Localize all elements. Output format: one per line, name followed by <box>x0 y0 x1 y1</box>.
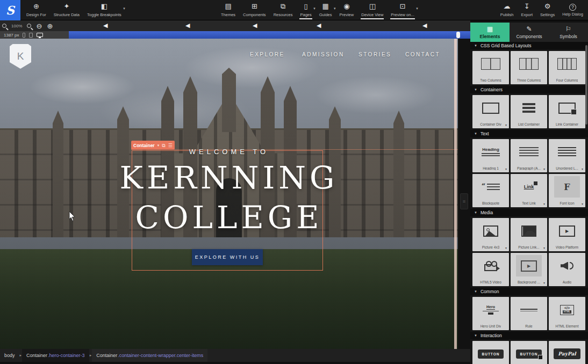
element-tile-text-link[interactable]: Link Text Link ▾ <box>511 174 547 207</box>
chevron-down-icon[interactable]: ▾ <box>505 167 507 171</box>
element-tile-html-element[interactable]: </>HTML HTML Element <box>549 297 585 330</box>
zoom-in-icon[interactable] <box>27 24 31 28</box>
tab-symbols[interactable]: ⚐ Symbols <box>549 23 588 42</box>
element-tile-button-link[interactable]: BUTTON <box>511 341 547 364</box>
element-tile-blockquote[interactable]: “ Blockquote <box>472 174 509 207</box>
structure-data-button[interactable]: ✦ Structure Data <box>50 0 83 20</box>
tab-components[interactable]: ✎ Components <box>510 23 549 42</box>
preview-button[interactable]: ◉ Preview <box>336 0 358 20</box>
element-tile-list-container[interactable]: List Container <box>511 95 547 128</box>
element-menu-icon[interactable]: ☰ <box>168 143 173 148</box>
element-tile-video-platform[interactable]: ▶ Video Platform <box>549 218 585 251</box>
section-header-css-grid-layouts[interactable]: ▼ CSS Grid Based Layouts <box>470 42 588 49</box>
nav-link-explore[interactable]: EXPLORE <box>250 52 285 57</box>
export-button[interactable]: ↧ Export <box>517 0 536 20</box>
chevron-down-icon[interactable]: ▾ <box>543 281 545 285</box>
settings-button[interactable]: ⚙ Settings <box>536 0 558 20</box>
hero-title-line1[interactable]: KERNNING <box>0 158 458 198</box>
components-button[interactable]: ⊞ Components <box>239 0 270 20</box>
element-tile-hero-unit[interactable]: Hero Hero Unit Div <box>472 297 509 330</box>
preview-on-button[interactable]: ⊡ Preview on... ▾ <box>387 0 418 20</box>
viewport-resize-handle[interactable] <box>456 32 460 38</box>
hero-title-line2[interactable]: COLLEGE <box>0 198 458 237</box>
breadcrumb-item-hero-container[interactable]: Container .hero-container-3 <box>22 349 89 362</box>
element-tile-audio[interactable]: Audio <box>549 253 585 286</box>
chevron-down-icon[interactable]: ▾ <box>543 202 545 206</box>
section-header-interaction[interactable]: ▼ Interaction <box>470 332 588 339</box>
element-tile-four-columns[interactable]: Four Columns <box>549 51 585 84</box>
breadcrumb-item-content-wrapper[interactable]: Container .container-content-wrapper.cen… <box>92 349 207 362</box>
hero-eyebrow-text[interactable]: WELCOME TO <box>0 148 458 156</box>
guides-button[interactable]: ▦ Guides ▾ <box>315 0 336 20</box>
chevron-down-icon[interactable]: ▾ <box>582 202 583 206</box>
tablet-device-icon[interactable] <box>29 33 33 38</box>
explore-with-us-button[interactable]: EXPLORE WITH US <box>192 249 263 265</box>
chevron-down-icon[interactable]: ▾ <box>505 246 507 250</box>
device-view-button[interactable]: ◫ Device View <box>357 0 387 20</box>
tile-label: Three Columns <box>517 78 541 82</box>
hero-title-text[interactable]: KERNNING COLLEGE <box>0 158 458 237</box>
panel-scrollbar[interactable] <box>585 45 587 125</box>
breakpoint-marker-icon[interactable]: ◀ <box>185 22 190 29</box>
design-for-button[interactable]: ⊕ Design For <box>23 0 50 20</box>
tile-label: Picture 4x3 <box>482 245 500 249</box>
element-tile-html5-video[interactable]: HTML5 Video <box>472 253 509 286</box>
viewport-width-ruler[interactable]: 1387 px <box>0 31 470 39</box>
element-tile-three-columns[interactable]: Three Columns <box>511 51 547 84</box>
themes-button[interactable]: ▤ Themes <box>217 0 239 20</box>
tile-label: Two Columns <box>480 78 501 82</box>
chevron-down-icon[interactable]: ▾ <box>543 167 545 171</box>
nav-link-contact[interactable]: CONTACT <box>405 52 440 57</box>
section-header-common[interactable]: ▼ Common <box>470 288 588 295</box>
chevron-down-icon[interactable]: ▾ <box>157 143 160 148</box>
toggle-breakpoints-button[interactable]: ◧ Toggle Breakpoints ▾ <box>83 0 125 20</box>
element-tile-rule[interactable]: Rule <box>511 297 547 330</box>
breakpoint-marker-icon[interactable]: ◀ <box>253 22 257 29</box>
element-tile-picture-link[interactable]: Picture Link... ▾ <box>511 218 547 251</box>
zoom-out-icon[interactable] <box>2 24 6 28</box>
breadcrumb-item-body[interactable]: body <box>0 349 19 362</box>
panel-resize-grip[interactable]: ≡ <box>460 193 468 209</box>
element-tile-unordered-list[interactable]: Unordered L... ▾ <box>549 139 585 172</box>
panel-divider[interactable]: ≡ <box>458 39 470 349</box>
element-tile-container-div[interactable]: Container Div ▾ <box>472 95 509 128</box>
design-for-label: Design For <box>26 12 46 17</box>
chevron-down-icon[interactable]: ▾ <box>123 6 125 11</box>
breakpoint-marker-icon[interactable]: ◀ <box>317 22 321 29</box>
pages-button[interactable]: ▯ Pages ▾ <box>296 0 315 20</box>
chevron-down-icon[interactable]: ▾ <box>416 6 418 11</box>
element-tile-paragraph[interactable]: Paragraph (A... ▾ <box>511 139 547 172</box>
help-dialog-button[interactable]: ? Help Dialog <box>558 0 587 20</box>
nav-link-admission[interactable]: ADMISSION <box>302 52 345 57</box>
button-icon: BUTTON <box>472 343 509 364</box>
phone-device-icon[interactable] <box>23 33 25 38</box>
element-tile-picture[interactable]: Picture 4x3 ▾ <box>472 218 509 251</box>
chevron-down-icon[interactable]: ▾ <box>543 246 545 250</box>
element-tile-link-container[interactable]: Link Container <box>549 95 585 128</box>
app-logo[interactable]: S <box>0 0 20 20</box>
duplicate-element-icon[interactable]: ⧉ <box>162 143 165 148</box>
section-header-text[interactable]: ▼ Text <box>470 130 588 137</box>
element-tile-heading[interactable]: Heading Heading 1 ▾ <box>472 139 509 172</box>
desktop-device-icon[interactable] <box>37 33 43 37</box>
chevron-down-icon[interactable]: ▾ <box>582 167 583 171</box>
breakpoint-marker-icon[interactable]: ◀ <box>103 22 107 29</box>
nav-link-stories[interactable]: STORIES <box>358 52 391 57</box>
element-tile-paypal[interactable]: PayPal <box>549 341 585 364</box>
element-tile-button[interactable]: BUTTON <box>472 341 509 364</box>
zoom-decrease-button[interactable]: ⊖ <box>36 23 42 30</box>
chevron-down-icon[interactable]: ▾ <box>505 123 507 127</box>
html-element-icon: </>HTML <box>549 299 585 321</box>
help-icon: ? <box>569 4 576 11</box>
element-tile-background-video[interactable]: ▶ Background ... ▾ <box>511 253 547 286</box>
section-header-media[interactable]: ▼ Media <box>470 209 588 216</box>
zoom-increase-button[interactable]: ⊕ <box>47 23 53 30</box>
design-canvas[interactable]: K EXPLORE ADMISSION STORIES CONTACT Cont… <box>0 39 458 349</box>
element-tile-font-icon[interactable]: F Font Icon ▾ <box>549 174 585 207</box>
tab-elements[interactable]: ▦ Elements <box>470 23 510 42</box>
resources-button[interactable]: ⧉ Resources <box>270 0 297 20</box>
breakpoint-marker-icon[interactable]: ◀ <box>422 22 427 29</box>
element-tile-two-columns[interactable]: Two Columns <box>472 51 509 84</box>
section-header-containers[interactable]: ▼ Containers <box>470 86 588 93</box>
publish-button[interactable]: ☁ Publish <box>497 0 518 20</box>
